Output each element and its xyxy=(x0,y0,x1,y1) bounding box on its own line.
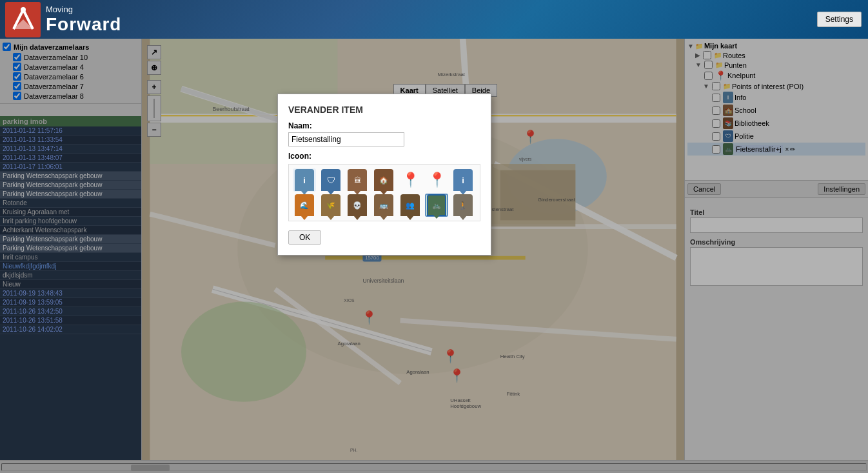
logo-svg xyxy=(10,6,36,32)
icon-skull-brown[interactable]: 💀 xyxy=(346,194,369,217)
icon-grid: i 🛡 🏛 🏠 xyxy=(288,164,480,221)
icon-shield-shape: 🛡 xyxy=(321,169,340,191)
logo-icon xyxy=(5,2,41,37)
icon-building2-brown[interactable]: 🏠 xyxy=(372,168,395,192)
icon-walk-gray[interactable]: 🚶 xyxy=(451,194,475,217)
icon-walk-shape: 🚶 xyxy=(453,194,473,216)
icon-info-blue[interactable]: i xyxy=(293,168,316,192)
icon-info-shape: i xyxy=(295,169,314,191)
icon-people-brown[interactable]: 👥 xyxy=(399,194,422,217)
modal-naam-input[interactable] xyxy=(288,132,404,146)
modal-naam-label: Naam: xyxy=(288,121,480,130)
icon-pin1-shape: 📍 xyxy=(402,172,419,188)
settings-button[interactable]: Settings xyxy=(817,12,862,27)
icon-wave-point xyxy=(301,216,308,220)
logo-moving: Moving xyxy=(46,5,121,14)
icon-wheat-shape: 🌾 xyxy=(321,194,340,216)
icon-wave-orange[interactable]: 🌊 xyxy=(293,194,316,217)
icon-bike-point xyxy=(433,215,440,219)
icon-building-shape: 🏛 xyxy=(348,169,367,191)
icon-bike-green[interactable]: 🚲 xyxy=(425,194,448,217)
icon-pin2-shape: 📍 xyxy=(428,172,446,188)
header: Moving Forward Settings xyxy=(0,0,868,39)
icon-people-shape: 👥 xyxy=(400,194,420,216)
icon-wheat-brown[interactable]: 🌾 xyxy=(319,194,342,217)
icon-info2-shape: i xyxy=(453,169,473,191)
icon-people-point xyxy=(407,216,413,220)
icon-skull-point xyxy=(354,216,360,220)
icon-bus-shape: 🚌 xyxy=(374,194,393,216)
icon-pin-red1[interactable]: 📍 xyxy=(399,168,422,192)
modal-icoon-label: Icoon: xyxy=(288,152,480,161)
icon-walk-point xyxy=(460,216,466,220)
modal-overlay: VERANDER ITEM Naam: Icoon: i 🛡 🏛 xyxy=(0,0,868,473)
icon-info-blue2[interactable]: i xyxy=(451,168,475,192)
icon-wheat-point xyxy=(328,216,334,220)
icon-bike-shape: 🚲 xyxy=(427,194,446,216)
logo-forward: Forward xyxy=(46,14,121,35)
icon-building2-shape: 🏠 xyxy=(374,169,393,191)
icon-shield-blue[interactable]: 🛡 xyxy=(319,168,342,192)
svg-point-0 xyxy=(21,7,26,12)
logo-text: Moving Forward xyxy=(46,5,121,35)
modal-dialog: VERANDER ITEM Naam: Icoon: i 🛡 🏛 xyxy=(277,94,491,256)
modal-title: VERANDER ITEM xyxy=(288,105,480,115)
icon-skull-shape: 💀 xyxy=(348,194,367,216)
icon-bus-brown[interactable]: 🚌 xyxy=(372,194,395,217)
icon-pin-red2[interactable]: 📍 xyxy=(425,168,448,192)
modal-ok-button[interactable]: OK xyxy=(288,230,321,245)
icon-building-brown[interactable]: 🏛 xyxy=(346,168,369,192)
icon-bus-point xyxy=(380,216,387,220)
icon-wave-shape: 🌊 xyxy=(295,194,314,216)
